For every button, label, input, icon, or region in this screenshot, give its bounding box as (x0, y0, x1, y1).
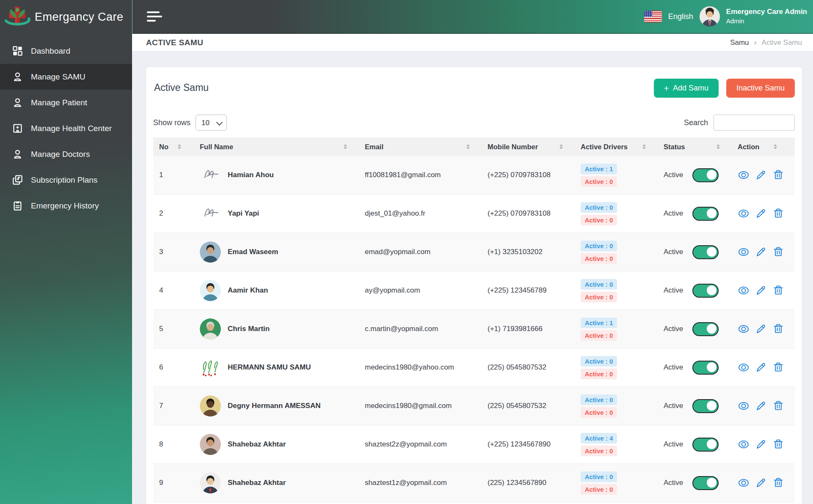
sidebar-item-manage-patient[interactable]: Manage Patient (0, 90, 132, 115)
full-name: Aamir Khan (228, 286, 268, 295)
view-icon[interactable] (738, 362, 750, 373)
sort-icon (774, 144, 777, 149)
edit-icon[interactable] (755, 246, 767, 258)
us-flag-icon[interactable] (644, 11, 662, 22)
search-input[interactable] (714, 115, 795, 131)
status-label: Active (664, 440, 683, 449)
avatar (200, 357, 221, 378)
email: shaztest2z@yopmail.com (365, 440, 488, 449)
full-name: Yapi Yapi (228, 209, 259, 218)
edit-icon[interactable] (755, 438, 767, 450)
view-icon[interactable] (738, 169, 750, 181)
delete-icon[interactable] (772, 246, 784, 258)
sidebar-item-label: Subscription Plans (31, 175, 97, 185)
sidebar-item-manage-samu[interactable]: Manage SAMU (0, 64, 132, 90)
row-number: 6 (153, 363, 200, 372)
status-toggle[interactable] (692, 476, 719, 490)
status-toggle[interactable] (692, 284, 719, 298)
sidebar-item-manage-health-center[interactable]: Manage Health Center (0, 115, 132, 141)
inactive-samu-button[interactable]: Inactive Samu (726, 79, 795, 98)
menu-toggle-icon[interactable] (147, 11, 162, 22)
sidebar-nav: Dashboard Manage SAMU Manage Patient Man… (0, 38, 132, 219)
delete-icon[interactable] (772, 400, 784, 412)
status-toggle[interactable] (692, 361, 719, 375)
edit-icon[interactable] (755, 362, 767, 373)
edit-icon[interactable] (755, 477, 767, 489)
add-samu-button[interactable]: + Add Samu (654, 79, 719, 98)
sidebar-item-dashboard[interactable]: Dashboard (0, 38, 132, 64)
delete-icon[interactable] (772, 208, 784, 219)
status-label: Active (664, 325, 683, 333)
edit-icon[interactable] (755, 400, 767, 412)
column-header-mobile-number[interactable]: Mobile Number (488, 143, 581, 151)
sidebar-item-label: Manage SAMU (31, 72, 85, 82)
table-row: 9 Shahebaz Akhtar shaztest1z@yopmail.com… (153, 464, 795, 502)
status-toggle[interactable] (692, 438, 719, 452)
delete-icon[interactable] (772, 362, 784, 373)
edit-icon[interactable] (755, 208, 767, 219)
mobile-number: (+225) 0709783108 (488, 171, 581, 179)
sort-icon (344, 144, 347, 149)
view-icon[interactable] (738, 246, 750, 258)
email: ay@yopmail.com (365, 286, 488, 295)
status-label: Active (664, 402, 683, 410)
hospital-icon (12, 123, 23, 134)
content-area: Active Samu + Add Samu Inactive Samu Sho… (132, 52, 813, 504)
column-header-no[interactable]: No (153, 143, 200, 151)
column-label: Status (664, 143, 685, 151)
status-toggle[interactable] (692, 168, 719, 182)
show-rows-select[interactable]: 10 (196, 115, 227, 131)
delete-icon[interactable] (772, 285, 784, 296)
delete-icon[interactable] (772, 438, 784, 450)
page-header: ACTIVE SAMU Samu › Active Samu (132, 34, 813, 52)
inactive-drivers-badge: Active : 0 (581, 292, 617, 302)
active-drivers-badge: Active : 1 (581, 164, 617, 174)
table-row: 4 Aamir Khan ay@yopmail.com (+225) 12345… (153, 271, 795, 310)
column-header-active-drivers[interactable]: Active Drivers (581, 143, 664, 151)
active-drivers-badge: Active : 4 (581, 433, 617, 444)
chevron-right-icon: › (754, 38, 757, 47)
sidebar: Emergancy Care Dashboard Manage SAMU Man… (0, 0, 132, 504)
view-icon[interactable] (738, 400, 750, 412)
mobile-number: (225) 0545807532 (488, 402, 581, 410)
edit-icon[interactable] (755, 285, 767, 296)
user-menu[interactable]: Emergency Care Admin Admin (726, 7, 807, 25)
status-toggle[interactable] (692, 245, 719, 259)
status-toggle[interactable] (692, 322, 719, 336)
view-icon[interactable] (738, 285, 750, 296)
status-toggle[interactable] (692, 207, 719, 221)
delete-icon[interactable] (772, 477, 784, 489)
breadcrumb-current: Active Samu (762, 38, 802, 47)
column-header-action[interactable]: Action (738, 143, 795, 151)
table-row: 8 Shahebaz Akhtar shaztest2z@yopmail.com… (153, 425, 795, 464)
search-label: Search (684, 118, 708, 127)
delete-icon[interactable] (772, 169, 784, 181)
delete-icon[interactable] (772, 323, 784, 335)
column-label: No (159, 143, 168, 151)
user-avatar[interactable] (700, 6, 720, 27)
sort-icon (717, 144, 720, 149)
active-samu-card: Active Samu + Add Samu Inactive Samu Sho… (146, 67, 802, 504)
column-header-email[interactable]: Email (365, 143, 488, 151)
status-label: Active (664, 479, 683, 487)
sidebar-item-emergency-history[interactable]: Emergency History (0, 193, 132, 219)
row-number: 2 (153, 209, 200, 218)
view-icon[interactable] (738, 208, 750, 219)
sidebar-item-label: Manage Doctors (31, 150, 90, 159)
breadcrumb-parent[interactable]: Samu (730, 38, 749, 47)
page-title: ACTIVE SAMU (146, 38, 203, 47)
column-header-full-name[interactable]: Full Name (200, 143, 365, 151)
edit-icon[interactable] (755, 323, 767, 335)
inactive-drivers-badge: Active : 0 (581, 330, 617, 341)
edit-icon[interactable] (755, 169, 767, 181)
sidebar-item-subscription-plans[interactable]: Subscription Plans (0, 167, 132, 193)
active-drivers-badge: Active : 0 (581, 241, 617, 251)
view-icon[interactable] (738, 438, 750, 450)
sidebar-item-manage-doctors[interactable]: Manage Doctors (0, 141, 132, 167)
view-icon[interactable] (738, 477, 750, 489)
view-icon[interactable] (738, 323, 750, 335)
language-label[interactable]: English (668, 12, 693, 21)
column-header-status[interactable]: Status (664, 143, 738, 151)
status-toggle[interactable] (692, 399, 719, 413)
status-label: Active (664, 171, 683, 179)
